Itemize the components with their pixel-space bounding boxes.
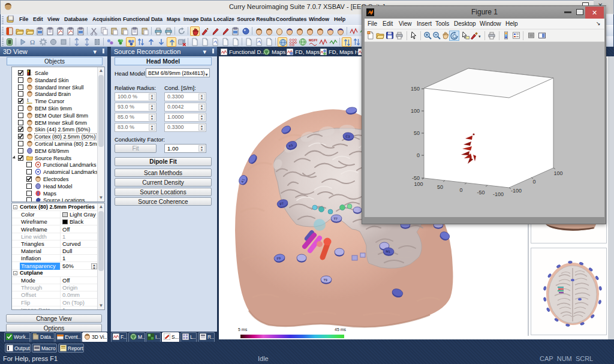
svg-text:MGFF: MGFF — [309, 38, 317, 42]
svg-text:-100: -100 — [511, 188, 522, 194]
svg-text:0: 0 — [532, 179, 535, 185]
svg-text:t: t — [27, 98, 29, 104]
svg-text:-50: -50 — [477, 189, 484, 195]
svg-text:100: 100 — [553, 170, 562, 176]
svg-text:0: 0 — [417, 152, 420, 158]
svg-text:F9: F9 — [276, 256, 281, 260]
svg-text:;: ; — [31, 71, 32, 76]
svg-text:50: 50 — [414, 130, 420, 136]
svg-text:150: 150 — [411, 86, 420, 92]
svg-text:C3: C3 — [345, 134, 350, 139]
svg-text:100: 100 — [411, 108, 420, 114]
svg-text:100: 100 — [414, 181, 423, 187]
svg-text:0: 0 — [459, 187, 462, 193]
svg-text:T9: T9 — [324, 278, 327, 282]
svg-text:M1: M1 — [386, 249, 390, 254]
svg-text:Ω: Ω — [30, 38, 35, 46]
svg-text:-100: -100 — [493, 191, 504, 197]
svg-text:T7: T7 — [334, 217, 338, 221]
svg-text:50: 50 — [437, 184, 443, 190]
svg-text:-50: -50 — [412, 175, 420, 181]
